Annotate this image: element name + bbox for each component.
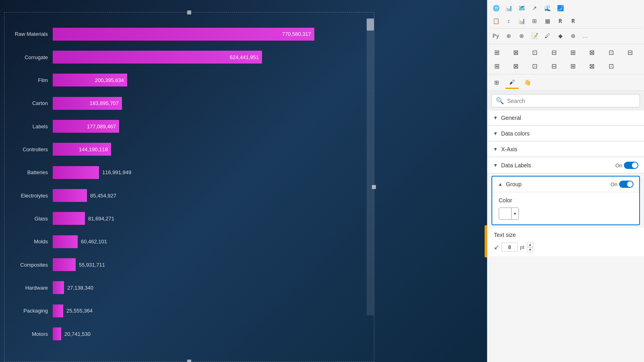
text-icon[interactable]: 📝: [528, 30, 541, 41]
viz-icon-8[interactable]: ⊞: [490, 60, 504, 72]
toolbar-row-3: Py ⊕ ⊗ 📝 🖊 ◆ ⊕ ...: [490, 29, 642, 42]
bar-value: 183,895,707: [90, 100, 119, 106]
viz-icon-4[interactable]: ⊞: [566, 46, 580, 59]
region-icon[interactable]: 🗾: [554, 2, 566, 14]
python-icon[interactable]: Py: [490, 30, 502, 41]
bar-row: Composites55,931,711: [4, 256, 342, 273]
bar-row: Hardware27,138,340: [4, 279, 342, 296]
sort-icon[interactable]: ↕: [503, 15, 515, 27]
search-box[interactable]: 🔍: [491, 94, 640, 107]
more-label: ...: [580, 31, 590, 40]
color-picker-button[interactable]: ▼: [499, 208, 519, 220]
data-labels-toggle[interactable]: On: [615, 162, 638, 169]
bar-value: 55,931,711: [76, 262, 105, 268]
bar-value: 20,741,530: [61, 331, 91, 337]
text-size-section: Text size ↙ pt ▲ ▼: [487, 228, 644, 256]
viz-icon-12[interactable]: ⊞: [566, 60, 580, 72]
viz-icon-13[interactable]: ⊠: [585, 60, 599, 72]
chart-scrollbar[interactable]: [367, 19, 374, 315]
grid2-icon[interactable]: ▦: [541, 15, 553, 27]
bar-label: Batteries: [4, 169, 53, 175]
bar-value: 770,580,317: [282, 31, 311, 37]
bar-row: Labels177,089,467: [4, 118, 342, 135]
general-section[interactable]: ▼ General: [487, 111, 644, 125]
group-toggle-switch[interactable]: [619, 181, 634, 188]
data-labels-value: On: [615, 162, 622, 169]
bar-row: Raw Materials770,580,317: [4, 26, 342, 43]
r2-icon[interactable]: R: [567, 15, 579, 27]
bar-wrapper: 60,462,101: [53, 235, 342, 248]
color-swatch: [499, 208, 512, 219]
data-labels-section[interactable]: ▼ Data Labels On: [487, 158, 644, 173]
viz-icon-10[interactable]: ⊡: [528, 60, 542, 72]
chart-scrollbar-thumb[interactable]: [367, 19, 374, 31]
bar-icon[interactable]: 📊: [516, 15, 528, 27]
group-toggle[interactable]: On: [611, 181, 634, 188]
data-colors-section[interactable]: ▼ Data colors: [487, 126, 644, 141]
resize-handle-top[interactable]: [187, 10, 191, 14]
viz-icon-3[interactable]: ⊟: [547, 46, 561, 59]
plus-icon[interactable]: ⊕: [567, 30, 579, 41]
data-labels-toggle-switch[interactable]: [624, 162, 638, 169]
diamond-icon[interactable]: ◆: [554, 30, 566, 41]
viz-icon-7[interactable]: ⊟: [623, 46, 637, 59]
bar-label: Composites: [4, 262, 53, 268]
x-axis-section[interactable]: ▼ X-Axis: [487, 142, 644, 157]
chart-icon[interactable]: 📊: [503, 2, 515, 14]
remove-icon[interactable]: ⊗: [516, 30, 528, 41]
spinner-up-button[interactable]: ▲: [527, 242, 533, 247]
data-labels-label: Data Labels: [501, 162, 615, 169]
resize-handle-bottom[interactable]: [187, 360, 191, 362]
x-axis-label: X-Axis: [501, 146, 638, 152]
viz-icon-9[interactable]: ⊠: [509, 60, 522, 72]
bar-wrapper: 183,895,707: [53, 97, 342, 110]
bar-row: Packaging25,555,364: [4, 302, 342, 319]
chevron-down-icon: ▼: [493, 131, 498, 136]
small-toolbar-row: ⊞ 🖌 👋: [487, 74, 644, 91]
toolbar-row-1: 🌐 📊 🗺️ ↗ 🌊 🗾: [490, 2, 642, 14]
bar-label: Molds: [4, 239, 53, 245]
bar: 183,895,707: [53, 97, 122, 110]
viz-icon-5[interactable]: ⊠: [585, 46, 599, 59]
bar-row: Motors20,741,530: [4, 325, 342, 342]
map-icon[interactable]: 🗺️: [516, 2, 528, 14]
format-icon[interactable]: 🖌: [505, 76, 519, 89]
bar-label: Hardware: [4, 285, 53, 291]
spinner-down-button[interactable]: ▼: [527, 247, 533, 252]
color-dropdown-icon[interactable]: ▼: [512, 208, 518, 219]
viz-icon-11[interactable]: ⊟: [547, 60, 561, 72]
text-size-label: Text size: [494, 232, 638, 238]
hand-icon[interactable]: 👋: [520, 76, 534, 89]
chart-container: Raw Materials770,580,317Corrugate624,441…: [4, 12, 374, 362]
bar-label: Packaging: [4, 308, 53, 314]
edit-icon[interactable]: 🖊: [541, 30, 553, 41]
bar-value: 177,089,467: [87, 123, 116, 130]
bar-label: Corrugate: [4, 54, 53, 60]
bar-chart: Raw Materials770,580,317Corrugate624,441…: [4, 19, 342, 350]
r1-icon[interactable]: R: [554, 15, 566, 27]
group-toggle-value: On: [611, 181, 617, 187]
grid-icon[interactable]: ⊞: [528, 15, 541, 27]
bar: [53, 189, 87, 202]
add-icon[interactable]: ⊕: [503, 30, 515, 41]
table-icon[interactable]: 📋: [490, 15, 502, 27]
format-panel: ▼ General ▼ Data colors ▼ X-Axis ▼ Data …: [487, 111, 644, 362]
bar-wrapper: 144,190,118: [53, 143, 342, 156]
viz-icon-0[interactable]: ⊞: [490, 46, 504, 59]
viz-icon-14[interactable]: ⊡: [604, 60, 618, 72]
bar: [53, 212, 85, 225]
bar: [53, 304, 63, 317]
bar-value: 116,991,949: [99, 169, 131, 175]
group-content: Color ▼: [492, 192, 639, 224]
search-input[interactable]: [507, 98, 636, 104]
group-section-header[interactable]: ▲ Group On: [492, 177, 639, 192]
globe-icon[interactable]: 🌐: [490, 2, 502, 14]
viz-icon-2[interactable]: ⊡: [528, 46, 542, 59]
viz-icon-6[interactable]: ⊡: [604, 46, 618, 59]
arrow-icon[interactable]: ↗: [528, 2, 541, 14]
wave-icon[interactable]: 🌊: [541, 2, 553, 14]
viz-icon-1[interactable]: ⊠: [509, 46, 522, 59]
text-size-input[interactable]: [502, 243, 518, 252]
grid3-icon[interactable]: ⊞: [490, 76, 504, 89]
bar-value: 200,395,634: [95, 77, 124, 83]
